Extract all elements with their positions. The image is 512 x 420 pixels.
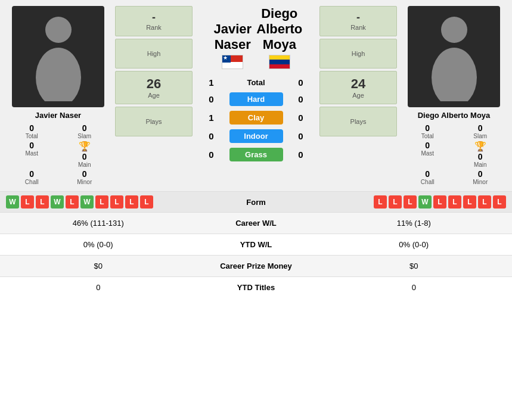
right-form-badge-l: L	[448, 195, 461, 209]
left-player-title: Javier Naser	[209, 21, 256, 52]
left-high-box: High	[115, 39, 193, 69]
right-main-value: 0	[478, 152, 483, 161]
grass-left: 0	[200, 150, 224, 160]
right-form-badge-w: W	[418, 195, 432, 209]
center-panel: Javier Naser Diego Alberto Moya 1	[197, 6, 315, 163]
right-form-badge-l: L	[404, 195, 417, 209]
right-rank-value: -	[322, 11, 394, 24]
form-label: Form	[197, 198, 316, 207]
right-chall-value: 0	[425, 169, 430, 179]
right-form-badge-l: L	[389, 195, 402, 209]
right-form-badge-l: L	[374, 195, 387, 209]
middle-section: - Rank High 26 Age Plays	[115, 6, 397, 185]
left-rank-label: Rank	[118, 24, 190, 31]
left-main-value: 0	[82, 152, 87, 161]
clay-row: 1 Clay 0	[197, 110, 315, 126]
left-player-avatar	[12, 6, 104, 107]
right-form-badge-l: L	[433, 195, 446, 209]
ytd-titles-label: YTD Titles	[197, 277, 316, 298]
left-form-badge-l: L	[110, 195, 123, 209]
right-rank-label: Rank	[322, 24, 394, 31]
svg-point-1	[36, 48, 81, 101]
left-stat-main: 🏆 0 Main	[59, 141, 111, 168]
left-form-badge-l: L	[36, 195, 49, 209]
indoor-right: 0	[289, 131, 313, 141]
hard-button[interactable]: Hard	[229, 92, 283, 106]
right-player-stats: 0 Total 0 Slam 0 Mast 🏆 0 Main 0	[402, 123, 506, 185]
career-wl-right: 11% (1-8)	[316, 213, 513, 234]
svg-point-3	[432, 48, 477, 101]
right-minor-value: 0	[478, 169, 483, 179]
indoor-button[interactable]: Indoor	[229, 129, 283, 143]
left-plays-label: Plays	[118, 118, 190, 125]
career-prize-label: Career Prize Money	[197, 256, 316, 276]
right-player-name: Diego Alberto Moya	[418, 111, 491, 120]
left-plays-box: Plays	[115, 107, 193, 136]
left-stat-total: 0 Total	[6, 123, 58, 139]
career-wl-row: 46% (111-131) Career W/L 11% (1-8)	[0, 212, 512, 234]
hard-left: 0	[200, 94, 224, 104]
left-minor-label: Minor	[77, 179, 92, 185]
right-slam-label: Slam	[473, 133, 487, 139]
career-prize-left: $0	[0, 256, 197, 276]
clay-button[interactable]: Clay	[229, 111, 283, 125]
hard-right: 0	[289, 94, 313, 104]
right-stat-chall: 0 Chall	[402, 169, 454, 185]
left-form-badge-l: L	[66, 195, 79, 209]
left-mast-value: 0	[29, 141, 34, 150]
right-slam-value: 0	[478, 123, 483, 133]
left-slam-value: 0	[82, 123, 87, 133]
main-container: Javier Naser 0 Total 0 Slam 0 Mast 🏆 0	[0, 0, 512, 298]
ytd-wl-right: 0% (0-0)	[316, 234, 513, 255]
right-age-label: Age	[322, 92, 394, 99]
left-stat-mast: 0 Mast	[6, 141, 58, 168]
left-form-badge-w: W	[80, 195, 94, 209]
right-mast-label: Mast	[421, 150, 434, 157]
right-mast-value: 0	[425, 141, 430, 150]
hard-row: 0 Hard 0	[197, 91, 315, 107]
ytd-wl-left: 0% (0-0)	[0, 234, 197, 255]
right-stat-total: 0 Total	[402, 123, 454, 139]
right-stat-main: 🏆 0 Main	[455, 141, 507, 168]
left-total-label: Total	[26, 133, 38, 139]
left-total-value: 0	[29, 123, 34, 133]
ytd-wl-label: YTD W/L	[197, 234, 316, 255]
grass-right: 0	[289, 150, 313, 160]
left-high-label: High	[118, 50, 190, 57]
bottom-section: WLLWLWLLLL Form LLLWLLLLL 46% (111-131) …	[0, 191, 512, 298]
career-prize-right: $0	[316, 256, 513, 276]
left-form-badge-l: L	[140, 195, 153, 209]
left-main-label: Main	[78, 161, 91, 168]
left-age-value: 26	[118, 76, 190, 92]
right-player-avatar	[408, 6, 500, 107]
ytd-titles-left: 0	[0, 277, 197, 298]
right-form-badge-l: L	[478, 195, 491, 209]
top-section: Javier Naser 0 Total 0 Slam 0 Mast 🏆 0	[0, 0, 512, 191]
left-player-card: Javier Naser 0 Total 0 Slam 0 Mast 🏆 0	[6, 6, 110, 185]
left-stat-slam: 0 Slam	[59, 123, 111, 139]
grass-button[interactable]: Grass	[229, 148, 283, 161]
indoor-left: 0	[200, 131, 224, 141]
left-age-box: 26 Age	[115, 71, 193, 104]
right-form-badges: LLLWLLLLL	[316, 195, 507, 209]
total-left: 1	[200, 77, 224, 88]
right-plays-label: Plays	[322, 118, 394, 125]
total-row: 1 Total 0	[197, 76, 315, 89]
indoor-row: 0 Indoor 0	[197, 128, 315, 144]
right-plays-box: Plays	[319, 107, 397, 136]
svg-point-0	[45, 17, 72, 43]
grass-row: 0 Grass 0	[197, 147, 315, 163]
right-form-badge-l: L	[493, 195, 506, 209]
right-age-box: 24 Age	[319, 71, 397, 104]
svg-point-2	[441, 17, 467, 43]
left-trophy-icon: 🏆	[79, 141, 91, 152]
right-stat-minor: 0 Minor	[455, 169, 507, 185]
right-form-badge-l: L	[463, 195, 476, 209]
career-wl-left: 46% (111-131)	[0, 213, 197, 234]
left-player-name: Javier Naser	[35, 111, 81, 120]
right-player-card: Diego Alberto Moya 0 Total 0 Slam 0 Mast…	[402, 6, 506, 185]
left-rank-box: - Rank	[115, 6, 193, 36]
left-rank-value: -	[118, 11, 190, 24]
left-form-badge-l: L	[95, 195, 108, 209]
left-info-col: - Rank High 26 Age Plays	[115, 6, 193, 136]
